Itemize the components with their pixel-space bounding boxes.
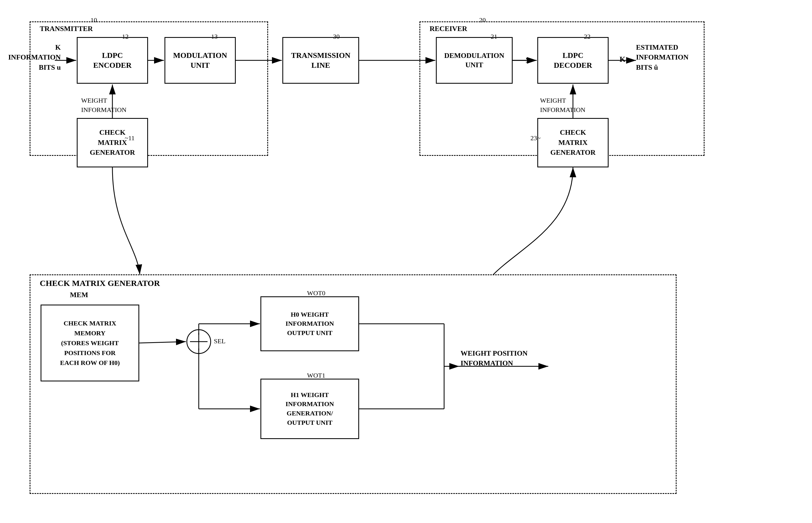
weight-info-rx: WEIGHT INFORMATION: [540, 96, 585, 114]
ldpc-encoder-label: LDPC ENCODER: [93, 51, 132, 71]
transmission-line-label: TRANSMISSION LINE: [291, 51, 350, 71]
wot1-label: WOT1: [307, 372, 325, 379]
cmm-box: CHECK MATRIX MEMORY (STORES WEIGHT POSIT…: [41, 305, 139, 381]
ldpc-decoder-box: LDPC DECODER: [537, 37, 609, 84]
h1-unit-label: H1 WEIGHT INFORMATION GENERATION/ OUTPUT…: [286, 391, 334, 427]
ldpc-encoder-box: LDPC ENCODER: [77, 37, 148, 84]
h0-unit-box: H0 WEIGHT INFORMATION OUTPUT UNIT: [261, 296, 359, 351]
cmg-tx-box: CHECK MATRIX GENERATOR: [77, 118, 148, 167]
ldpc-decoder-ref: 22: [584, 33, 590, 40]
h0-unit-label: H0 WEIGHT INFORMATION OUTPUT UNIT: [286, 310, 334, 338]
estimated-bits-label: ESTIMATED INFORMATION BITS û: [636, 42, 688, 72]
receiver-ref: 20: [479, 16, 486, 24]
modulation-unit-box: MODULATION UNIT: [165, 37, 236, 84]
mem-label: MEM: [70, 291, 88, 299]
transmitter-ref: 10: [91, 16, 97, 24]
modulation-unit-label: MODULATION UNIT: [173, 51, 227, 71]
weight-position-info-label: WEIGHT POSITION INFORMATION: [460, 348, 527, 368]
cmg-rx-label: CHECK MATRIX GENERATOR: [550, 128, 596, 158]
receiver-label: RECEIVER: [430, 25, 467, 33]
modulation-unit-ref: 13: [211, 33, 218, 40]
cmg-tx-label: CHECK MATRIX GENERATOR: [90, 128, 135, 158]
sel-circle: [186, 329, 211, 354]
cmg-rx-box: CHECK MATRIX GENERATOR: [537, 118, 609, 167]
cmm-label: CHECK MATRIX MEMORY (STORES WEIGHT POSIT…: [60, 318, 120, 368]
weight-info-tx: WEIGHT INFORMATION: [81, 96, 126, 114]
ldpc-decoder-label: LDPC DECODER: [554, 51, 592, 71]
transmission-line-ref: 30: [333, 33, 340, 40]
y-label: y: [526, 55, 529, 63]
cmg-tx-ref: ~11: [125, 134, 135, 142]
cmg-main-label: CHECK MATRIX GENERATOR: [40, 278, 160, 288]
demodulation-unit-box: DEMODULATION UNIT: [436, 37, 513, 84]
sel-icon: [187, 330, 210, 353]
h1-unit-box: H1 WEIGHT INFORMATION GENERATION/ OUTPUT…: [261, 379, 359, 439]
wot0-label: WOT0: [307, 289, 325, 297]
sel-label: SEL: [214, 338, 226, 345]
ldpc-encoder-ref: 12: [122, 33, 129, 40]
demodulation-unit-label: DEMODULATION UNIT: [444, 51, 504, 70]
k-info-in-label: K INFORMATION BITS u: [8, 42, 61, 72]
transmission-line-box: TRANSMISSION LINE: [282, 37, 359, 84]
cmg-rx-ref: 23~: [530, 134, 541, 142]
k-out-label: K: [620, 55, 626, 64]
demodulation-unit-ref: 21: [491, 33, 497, 40]
transmitter-label: TRANSMITTER: [40, 25, 93, 33]
